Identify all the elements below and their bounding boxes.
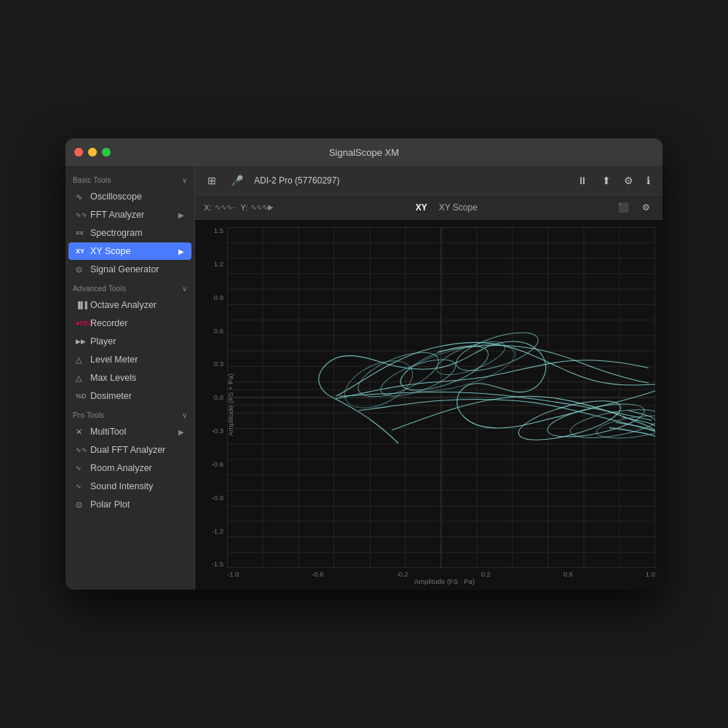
svg-point-41 [452, 325, 542, 379]
signal-gen-icon: ⊙ [76, 265, 90, 274]
info-button[interactable]: ℹ [643, 173, 654, 189]
sidebar-item-level-meter[interactable]: △ Level Meter [68, 351, 191, 368]
svg-point-39 [376, 352, 459, 404]
sidebar-item-polar-plot[interactable]: ⊙ Polar Plot [68, 496, 191, 513]
y-channel-value: ∿∿∿▶ [250, 203, 274, 211]
xy-scope-icon: XY [76, 248, 90, 255]
chart-svg [227, 227, 655, 568]
svg-point-44 [545, 397, 646, 443]
tab-xy[interactable]: XY [411, 201, 432, 214]
advanced-tools-header: Advanced Tools ∨ [66, 279, 194, 296]
mic-button[interactable]: 🎤 [227, 173, 247, 189]
chart-toolbar: X: ∿∿∿- Y: ∿∿∿▶ XY XY Scope ⬛ ⚙ [195, 195, 662, 220]
dosimeter-icon: %D [76, 392, 90, 400]
sidebar-item-dosimeter[interactable]: %D Dosimeter [68, 387, 191, 405]
sidebar-item-multitool[interactable]: ✕ MultiTool ▶ [68, 423, 191, 440]
x-channel-value: ∿∿∿- [215, 203, 234, 211]
max-levels-icon: △ [76, 373, 90, 383]
chevron-icon: ∨ [182, 411, 187, 419]
minimize-button[interactable] [88, 148, 97, 157]
sidebar: Basic Tools ∨ ∿ Oscilloscope ∿∿ FFT Anal… [66, 166, 195, 590]
oscilloscope-icon: ∿ [76, 192, 90, 202]
fft-icon: ∿∿ [76, 211, 90, 218]
svg-point-48 [352, 344, 444, 406]
top-toolbar: ⊞ 🎤 ADI-2 Pro (57760297) ⏸ ⬆ ⚙ ℹ [195, 166, 662, 195]
sidebar-item-oscilloscope[interactable]: ∿ Oscilloscope [68, 188, 191, 205]
chart-container [227, 227, 655, 568]
right-panel: ⊞ 🎤 ADI-2 Pro (57760297) ⏸ ⬆ ⚙ ℹ X: ∿∿∿-… [195, 166, 662, 590]
chart-area: 1.5 1.2 0.9 0.6 0.3 0.0 -0.3 -0.6 -0.9 -… [195, 220, 662, 590]
device-label: ADI-2 Pro (57760297) [254, 175, 566, 186]
y-axis-label: Amplitude (FS + Pa) [226, 373, 234, 436]
pro-tools-header: Pro Tools ∨ [66, 405, 194, 422]
tab-xy-scope-label: XY Scope [439, 202, 478, 213]
sidebar-item-max-levels[interactable]: △ Max Levels [68, 369, 191, 387]
dual-fft-icon: ∿∿ [76, 446, 90, 454]
settings-button[interactable]: ⚙ [620, 173, 637, 189]
sidebar-item-octave-analyzer[interactable]: ▐▌▌ Octave Analyzer [68, 296, 191, 314]
x-axis-label: Amplitude (FS · Pa) [414, 577, 475, 585]
chart-view-button[interactable]: ⬛ [614, 200, 633, 215]
pause-button[interactable]: ⏸ [574, 173, 591, 189]
sound-intensity-icon: ∿ [76, 483, 90, 490]
app-window: SignalScope XM Basic Tools ∨ ∿ Oscillosc… [66, 138, 662, 590]
basic-tools-header: Basic Tools ∨ [66, 170, 194, 187]
title-bar: SignalScope XM [66, 138, 662, 166]
maximize-button[interactable] [102, 148, 111, 157]
polar-plot-icon: ⊙ [76, 500, 90, 510]
x-channel-label: X: ∿∿∿- [204, 203, 234, 212]
octave-icon: ▐▌▌ [76, 301, 90, 309]
sidebar-item-room-analyzer[interactable]: ∿ Room Analyzer [68, 459, 191, 477]
recorder-icon: ●REC [76, 320, 90, 327]
sidebar-item-fft-analyzer[interactable]: ∿∿ FFT Analyzer ▶ [68, 206, 191, 223]
sidebar-item-sound-intensity[interactable]: ∿ Sound Intensity [68, 478, 191, 495]
arrow-icon: ▶ [178, 428, 184, 436]
share-button[interactable]: ⬆ [598, 173, 614, 189]
sidebar-item-xy-scope[interactable]: XY XY Scope ▶ [68, 242, 191, 260]
level-meter-icon: △ [76, 355, 90, 365]
main-content: Basic Tools ∨ ∿ Oscilloscope ∿∿ FFT Anal… [66, 166, 662, 590]
chart-title-area: XY XY Scope [280, 201, 609, 214]
sidebar-item-spectrogram[interactable]: ≡≡ Spectrogram [68, 224, 191, 242]
room-analyzer-icon: ∿ [76, 464, 90, 472]
player-icon: ▶▶ [76, 338, 90, 345]
sidebar-item-recorder[interactable]: ●REC Recorder [68, 314, 191, 332]
window-controls [74, 148, 111, 157]
svg-point-46 [595, 412, 655, 443]
spectrogram-icon: ≡≡ [76, 229, 90, 237]
chevron-icon: ∨ [182, 285, 187, 293]
y-channel-label: Y: ∿∿∿▶ [240, 203, 274, 212]
arrow-icon: ▶ [178, 211, 184, 219]
window-title: SignalScope XM [329, 147, 399, 158]
svg-point-42 [395, 335, 519, 401]
y-axis: 1.5 1.2 0.9 0.6 0.3 0.0 -0.3 -0.6 -0.9 -… [195, 227, 227, 568]
panel-toggle-button[interactable]: ⊞ [204, 173, 220, 189]
toolbar-right: ⬆ ⚙ ℹ [598, 173, 654, 189]
arrow-icon: ▶ [178, 248, 184, 256]
chart-settings-button[interactable]: ⚙ [638, 200, 654, 215]
chart-toolbar-icons: ⬛ ⚙ [614, 200, 654, 215]
chevron-icon: ∨ [182, 176, 187, 184]
sidebar-item-dual-fft[interactable]: ∿∿ Dual FFT Analyzer [68, 441, 191, 459]
sidebar-item-player[interactable]: ▶▶ Player [68, 333, 191, 350]
multitool-icon: ✕ [76, 427, 90, 437]
close-button[interactable] [74, 148, 83, 157]
sidebar-item-signal-generator[interactable]: ⊙ Signal Generator [68, 261, 191, 278]
